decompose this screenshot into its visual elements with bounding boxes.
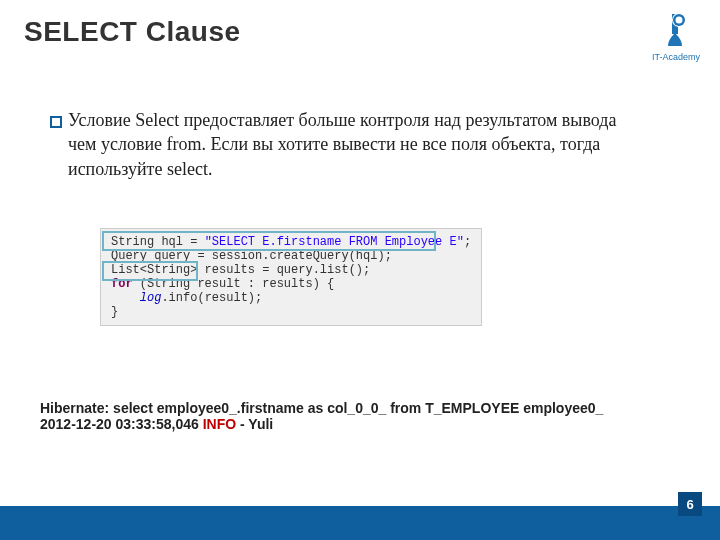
log-line-2: 2012-12-20 03:33:58,046 INFO - Yuli [40, 416, 603, 432]
code-line-3: List<String> results = query.list(); [111, 263, 370, 277]
code-line-5-indent [111, 291, 140, 305]
log-level: INFO [203, 416, 240, 432]
code-line-5-id: log [140, 291, 162, 305]
bullet-icon [50, 114, 68, 132]
logo-icon [664, 10, 688, 50]
log-output: Hibernate: select employee0_.firstname a… [40, 400, 603, 432]
code-line-1a: String hql = [111, 235, 205, 249]
code-line-2: Query query = session.createQuery(hql); [111, 249, 392, 263]
bullet-item: Условие Select предоставляет больше конт… [50, 108, 630, 181]
code-line-4-kw: for [111, 277, 133, 291]
log-ts: 2012-12-20 03:33:58,046 [40, 416, 203, 432]
log-line-1: Hibernate: select employee0_.firstname a… [40, 400, 603, 416]
code-block: String hql = "SELECT E.firstname FROM Em… [100, 228, 482, 326]
logo: IT-Academy [652, 10, 700, 62]
code-line-1c: ; [464, 235, 471, 249]
code-line-6: } [111, 305, 118, 319]
bullet-text: Условие Select предоставляет больше конт… [68, 108, 630, 181]
code-line-4-rest: (String result : results) { [133, 277, 335, 291]
log-msg: - Yuli [240, 416, 273, 432]
page-title: SELECT Clause [24, 16, 241, 48]
code-line-5-rest: .info(result); [161, 291, 262, 305]
logo-caption: IT-Academy [652, 52, 700, 62]
footer-bar [0, 506, 720, 540]
svg-rect-3 [51, 117, 61, 127]
slide: SELECT Clause IT-Academy Условие Select … [0, 0, 720, 540]
svg-point-2 [675, 17, 682, 24]
page-number: 6 [678, 492, 702, 516]
code-line-1b: "SELECT E.firstname FROM Employee E" [205, 235, 464, 249]
